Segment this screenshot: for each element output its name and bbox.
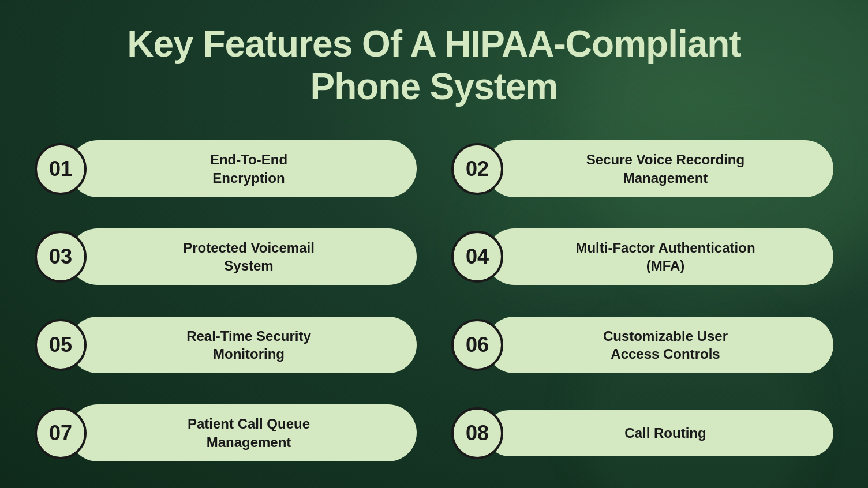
feature-label-text-07: Patient Call Queue Management [188,415,310,451]
feature-label-01: End-To-End Encryption [69,140,417,197]
feature-label-02: Secure Voice Recording Management [486,140,833,197]
feature-label-text-02: Secure Voice Recording Management [586,151,744,186]
feature-number-02: 02 [451,143,503,195]
feature-number-06: 06 [451,319,503,371]
feature-label-text-06: Customizable User Access Controls [603,327,728,363]
feature-label-04: Multi-Factor Authentication (MFA) [486,228,833,285]
feature-item-08: 08Call Routing [451,395,833,471]
page-title: Key Features Of A HIPAA-Compliant Phone … [35,23,833,108]
features-grid: 01End-To-End Encryption02Secure Voice Re… [35,131,833,471]
feature-item-04: 04Multi-Factor Authentication (MFA) [451,219,833,295]
page-content: Key Features Of A HIPAA-Compliant Phone … [0,0,868,488]
feature-label-08: Call Routing [486,410,833,456]
feature-item-06: 06Customizable User Access Controls [451,307,833,383]
feature-label-05: Real-Time Security Monitoring [69,317,417,373]
feature-item-01: 01End-To-End Encryption [35,131,417,207]
feature-label-07: Patient Call Queue Management [69,404,417,461]
feature-item-05: 05Real-Time Security Monitoring [35,307,417,383]
feature-label-06: Customizable User Access Controls [486,317,833,373]
feature-number-07: 07 [35,407,87,459]
title-section: Key Features Of A HIPAA-Compliant Phone … [35,23,833,108]
feature-label-text-03: Protected Voicemail System [183,239,315,275]
feature-number-08: 08 [451,407,503,459]
feature-item-03: 03Protected Voicemail System [35,219,417,295]
feature-item-02: 02Secure Voice Recording Management [451,131,833,207]
feature-label-text-04: Multi-Factor Authentication (MFA) [575,239,755,275]
feature-number-04: 04 [451,231,503,283]
feature-label-03: Protected Voicemail System [69,228,417,285]
feature-number-01: 01 [35,143,87,195]
title-line-2: Phone System [310,66,558,107]
feature-label-text-08: Call Routing [624,424,706,442]
feature-number-03: 03 [35,231,87,283]
feature-label-text-01: End-To-End Encryption [210,151,287,186]
feature-label-text-05: Real-Time Security Monitoring [186,327,311,363]
feature-item-07: 07Patient Call Queue Management [35,395,417,471]
title-line-1: Key Features Of A HIPAA-Compliant [127,23,740,65]
feature-number-05: 05 [35,319,87,371]
